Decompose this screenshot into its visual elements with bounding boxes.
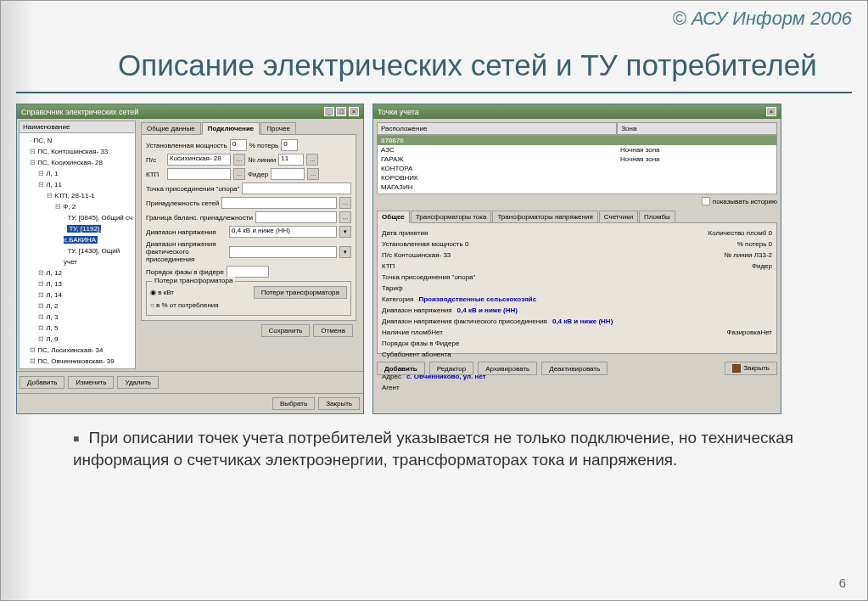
maximize-icon[interactable]: □ xyxy=(336,107,346,116)
delete-button[interactable]: Удалить xyxy=(117,376,159,389)
archive-button[interactable]: Архивировать xyxy=(478,362,537,375)
range-select[interactable]: 0,4 кВ и ниже (НН) xyxy=(229,226,337,238)
grid-row[interactable]: КОНТОРА xyxy=(378,164,776,173)
tree-item[interactable]: Л, 11 КТП, 28-11-1 Ф, 2 ТУ, [0845], Общи… xyxy=(38,179,133,267)
tree-item[interactable]: ПС, Лосихинская- 34 xyxy=(30,345,133,356)
feeder-label: Фидер xyxy=(248,171,268,178)
radio-percent[interactable]: ○ в % от потребления xyxy=(150,301,219,309)
radio-kwt[interactable]: ◉ в кВт xyxy=(150,289,174,296)
owner-input[interactable] xyxy=(221,197,337,209)
tab-general[interactable]: Общие данные xyxy=(141,122,201,135)
tree-item[interactable]: ПС, Контошинская- 33 xyxy=(30,146,133,157)
grid-row[interactable]: ГАРАЖНочная зона xyxy=(378,154,776,164)
info-label: П/с xyxy=(382,251,392,259)
power-input[interactable]: 0 xyxy=(230,139,247,151)
ktp-input[interactable] xyxy=(167,168,231,180)
line-input[interactable]: 11 xyxy=(278,154,304,166)
deactivate-button[interactable]: Деактивировать xyxy=(541,362,608,375)
balance-input[interactable] xyxy=(255,211,337,223)
info-value: Контошинская- 33 xyxy=(394,251,451,259)
chevron-down-icon[interactable]: ▾ xyxy=(339,246,351,258)
close-button[interactable]: Закрыть xyxy=(318,397,360,410)
actual-range-select[interactable] xyxy=(229,246,337,258)
tab-connection[interactable]: Подключение xyxy=(202,122,260,135)
phase-input[interactable] xyxy=(227,266,269,278)
tree-item-selected[interactable]: ТУ, [1192], с.БАКИНА xyxy=(64,223,133,245)
tree-item[interactable]: Л, 1 xyxy=(38,168,133,179)
right-titlebar[interactable]: Точки учета × xyxy=(373,104,781,119)
grid-row[interactable]: КОРОВНИК xyxy=(378,173,776,183)
close-icon[interactable]: × xyxy=(766,107,776,116)
window-controls: × xyxy=(766,107,776,116)
col-location[interactable]: Расположение xyxy=(377,122,617,135)
cancel-button[interactable]: Отмена xyxy=(313,324,353,337)
info-label: Диапазон напряжения фактического присоед… xyxy=(382,316,547,327)
edit-button[interactable]: Изменить xyxy=(68,376,114,389)
close-button[interactable]: Закрыть xyxy=(725,362,777,375)
tree-item[interactable]: Ф, 2 ТУ, [0845], Общий сч ТУ, [1192], с.… xyxy=(55,201,133,267)
ktp-lookup-button[interactable]: … xyxy=(233,168,245,180)
grid-row[interactable]: АЗСНочная зона xyxy=(378,145,776,154)
group-label: Потери трансформатора xyxy=(152,277,235,284)
grid-row[interactable]: МАГАЗИН xyxy=(378,183,776,192)
page-number: 6 xyxy=(839,576,846,590)
metering-points-window: Точки учета × Расположение Зона 876876 А… xyxy=(372,104,781,414)
add-button[interactable]: Добавить xyxy=(377,362,425,375)
right-title: Точки учета xyxy=(378,108,419,116)
tree-item[interactable]: Л, 14 xyxy=(38,289,133,300)
save-button[interactable]: Сохранить xyxy=(261,324,311,337)
info-label: КТП xyxy=(382,261,395,272)
tree-item[interactable]: ПС, Овчинниковская- 39 xyxy=(30,356,133,367)
col-zone[interactable]: Зона xyxy=(617,122,777,135)
transformer-loss-button[interactable]: Потери трансформатора xyxy=(254,286,347,299)
info-label: Установленная мощность xyxy=(382,240,463,248)
tree-item[interactable]: Л, 3 xyxy=(38,312,133,323)
grid-body[interactable]: 876876 АЗСНочная зона ГАРАЖНочная зона К… xyxy=(377,135,777,194)
add-button[interactable]: Добавить xyxy=(20,376,64,389)
windows-container: Справочник электрических сетей _ □ × Наи… xyxy=(1,104,867,414)
slide-body-text: При описании точек учета потребителей ук… xyxy=(1,414,867,470)
tree-panel: Наименование ПС, N ПС, Контошинская- 33 … xyxy=(19,121,136,369)
tree-item[interactable]: ПС, N xyxy=(30,135,133,146)
tree-item[interactable]: КТП, 28-11-1 Ф, 2 ТУ, [0845], Общий сч Т… xyxy=(47,190,133,267)
loss-input[interactable]: 0 xyxy=(281,139,298,151)
tree-item[interactable]: Л, 9 xyxy=(38,334,133,345)
network-tree[interactable]: ПС, N ПС, Контошинская- 33 ПС, Косихинск… xyxy=(20,133,135,368)
tree-item[interactable]: Л, 5 xyxy=(38,323,133,334)
tab-voltage-transformers[interactable]: Трансформаторы напряжения xyxy=(492,211,597,223)
feeder-lookup-button[interactable]: … xyxy=(307,168,319,180)
show-history-checkbox[interactable] xyxy=(702,197,710,205)
connection-form: Установленная мощность 0 % потерь 0 П/с … xyxy=(141,134,356,321)
info-value: Нет xyxy=(431,329,443,336)
chevron-down-icon[interactable]: ▾ xyxy=(339,226,351,238)
tab-meters[interactable]: Счетчики xyxy=(599,211,638,223)
minimize-icon[interactable]: _ xyxy=(324,107,334,116)
tree-item[interactable]: ТУ, [1430], Ощий учет xyxy=(64,245,133,267)
tree-item[interactable]: Л, 12 xyxy=(38,267,133,278)
select-button[interactable]: Выбрать xyxy=(272,397,315,410)
tab-current-transformers[interactable]: Трансформаторы тока xyxy=(411,211,492,223)
editor-button[interactable]: Редактор xyxy=(429,362,473,375)
tree-item[interactable]: Л, 2 xyxy=(38,300,133,312)
tree-item[interactable]: Л, 13 xyxy=(38,278,133,289)
line-lookup-button[interactable]: … xyxy=(306,154,318,166)
balance-lookup-button[interactable]: … xyxy=(339,211,351,223)
show-history-label: показывать историю xyxy=(713,198,777,205)
ps-lookup-button[interactable]: … xyxy=(233,154,245,166)
owner-label: Принадлежность сетей xyxy=(146,199,219,207)
close-icon[interactable]: × xyxy=(349,107,359,116)
tree-item[interactable]: ПС, Косихинская- 28 Л, 1 Л, 11 КТП, 28-1… xyxy=(30,157,133,345)
left-titlebar[interactable]: Справочник электрических сетей _ □ × xyxy=(17,104,363,119)
ps-input[interactable]: Косихинская- 28 xyxy=(167,154,231,166)
line-label: № линии xyxy=(248,156,276,164)
tab-general[interactable]: Общее xyxy=(377,211,410,223)
owner-lookup-button[interactable]: … xyxy=(339,197,351,209)
tree-item[interactable]: ТУ, [0845], Общий сч xyxy=(64,212,133,223)
grid-row-selected[interactable]: 876876 xyxy=(378,136,776,145)
info-label: Наличие пломб xyxy=(382,329,431,336)
ktp-label: КТП xyxy=(146,171,165,178)
point-input[interactable] xyxy=(242,183,351,194)
tab-seals[interactable]: Пломбы xyxy=(639,211,675,223)
feeder-input[interactable] xyxy=(271,168,305,180)
tab-other[interactable]: Прочее xyxy=(260,122,296,135)
